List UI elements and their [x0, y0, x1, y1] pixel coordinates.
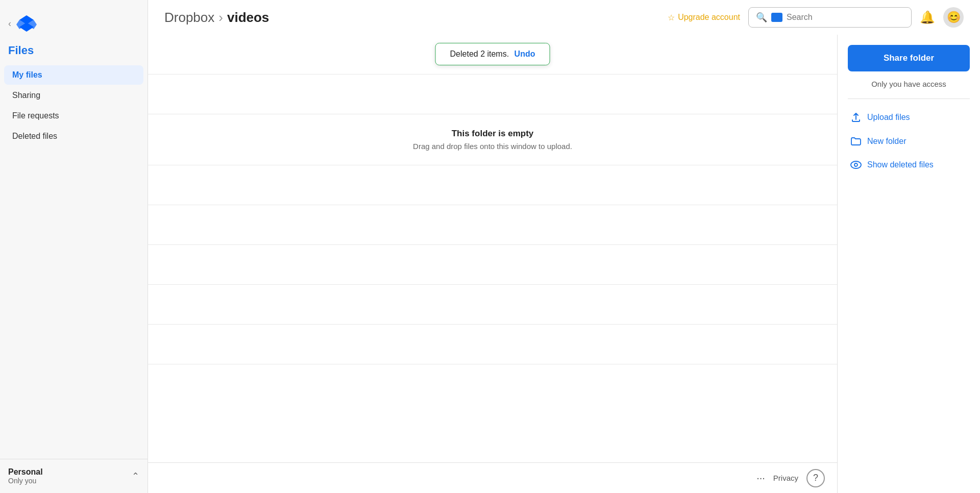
sidebar-item-my-files[interactable]: My files: [4, 65, 143, 85]
star-icon: ☆: [668, 13, 675, 22]
show-deleted-files-action[interactable]: Show deleted files: [848, 157, 970, 172]
privacy-link[interactable]: Privacy: [773, 474, 798, 482]
sidebar-item-sharing[interactable]: Sharing: [4, 86, 143, 105]
file-list-area: Deleted 2 items. Undo This folder is emp…: [148, 35, 837, 493]
breadcrumb-separator: ›: [218, 10, 223, 26]
sidebar-item-file-requests[interactable]: File requests: [4, 106, 143, 126]
share-folder-button[interactable]: Share folder: [848, 45, 970, 71]
sidebar-bottom: Personal Only you ⌃: [0, 459, 148, 493]
upgrade-account-button[interactable]: ☆ Upgrade account: [668, 13, 740, 22]
help-button[interactable]: ?: [806, 469, 825, 487]
sidebar: ‹ Files My files Sharing File requests D…: [0, 0, 148, 493]
eye-icon: [850, 161, 862, 169]
breadcrumb: Dropbox › videos: [164, 10, 269, 26]
show-deleted-files-label: Show deleted files: [867, 160, 934, 169]
new-folder-label: New folder: [867, 137, 906, 146]
sidebar-collapse-button[interactable]: ‹: [8, 18, 11, 29]
topbar-right: ☆ Upgrade account 🔍 🔔 😊: [668, 7, 964, 28]
sidebar-personal: Personal Only you: [8, 467, 43, 485]
toast-undo-button[interactable]: Undo: [514, 50, 535, 58]
svg-point-5: [854, 163, 857, 166]
file-row-7: [148, 285, 837, 325]
breadcrumb-current: videos: [227, 10, 269, 26]
main-content: Dropbox › videos ☆ Upgrade account 🔍 🔔 😊…: [148, 0, 980, 493]
search-icon: 🔍: [756, 12, 767, 23]
notifications-button[interactable]: 🔔: [920, 10, 935, 24]
personal-chevron-icon[interactable]: ⌃: [132, 471, 139, 482]
dropbox-logo[interactable]: [16, 13, 37, 34]
sidebar-item-deleted-files[interactable]: Deleted files: [4, 127, 143, 146]
folder-icon: [850, 137, 862, 146]
file-row-2: [148, 75, 837, 114]
content-area: Deleted 2 items. Undo This folder is emp…: [148, 35, 980, 493]
file-row-6: [148, 245, 837, 285]
upload-files-label: Upload files: [867, 113, 910, 122]
personal-label: Personal: [8, 467, 43, 477]
toast-notification: Deleted 2 items. Undo: [435, 43, 550, 65]
empty-folder-title: This folder is empty: [413, 129, 572, 139]
empty-folder-sub: Drag and drop files onto this window to …: [413, 142, 572, 151]
file-row-5: [148, 205, 837, 245]
avatar-button[interactable]: 😊: [943, 7, 964, 28]
file-row-3: This folder is empty Drag and drop files…: [148, 114, 837, 165]
sidebar-nav: My files Sharing File requests Deleted f…: [0, 65, 148, 146]
files-label: Files: [0, 44, 148, 65]
upload-icon: [850, 112, 862, 122]
right-panel: Share folder Only you have access Upload…: [837, 35, 980, 493]
dropbox-icon: [16, 13, 37, 34]
search-input[interactable]: [787, 13, 904, 22]
topbar: Dropbox › videos ☆ Upgrade account 🔍 🔔 😊: [148, 0, 980, 35]
sidebar-logo-area: ‹: [0, 8, 148, 44]
search-folder-icon: [771, 13, 782, 22]
empty-message: This folder is empty Drag and drop files…: [413, 114, 572, 165]
file-row-8: [148, 325, 837, 364]
new-folder-action[interactable]: New folder: [848, 134, 970, 149]
upgrade-label: Upgrade account: [678, 13, 740, 22]
search-bar[interactable]: 🔍: [748, 7, 912, 28]
more-options-button[interactable]: ···: [756, 472, 765, 484]
only-you-text: Only you have access: [848, 80, 970, 88]
toast-message: Deleted 2 items.: [450, 50, 509, 58]
upload-files-action[interactable]: Upload files: [848, 109, 970, 126]
personal-sub: Only you: [8, 477, 43, 485]
file-row-4: [148, 165, 837, 205]
svg-point-4: [851, 161, 861, 168]
footer: ··· Privacy ?: [148, 462, 837, 493]
breadcrumb-root[interactable]: Dropbox: [164, 10, 214, 26]
right-panel-divider: [848, 98, 970, 99]
